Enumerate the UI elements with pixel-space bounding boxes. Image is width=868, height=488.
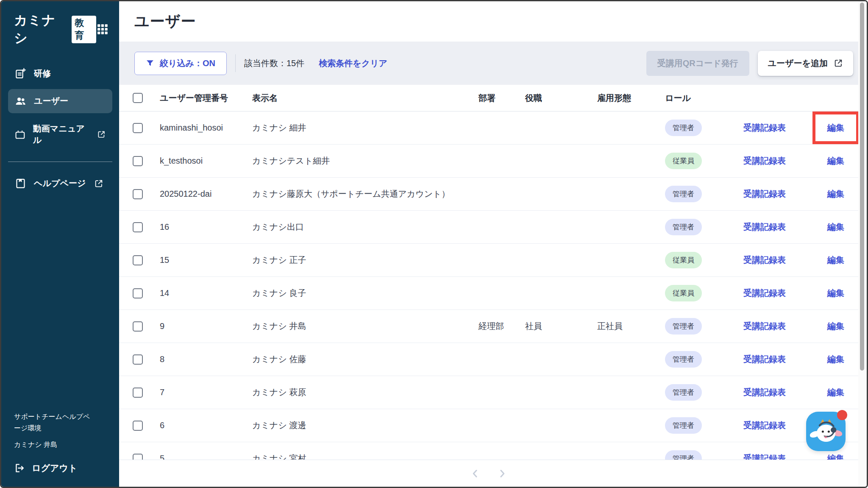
row-display-name: カミナシ 萩原 [252, 387, 479, 398]
row-checkbox[interactable] [133, 222, 143, 232]
table-row: 15カミナシ 正子従業員受講記録表編集 [119, 244, 867, 277]
attendance-record-link[interactable]: 受講記録表 [743, 189, 786, 198]
role-badge: 管理者 [665, 186, 702, 202]
row-user-id: 8 [160, 354, 252, 364]
table-row: 16カミナシ出口管理者受講記録表編集 [119, 211, 867, 244]
row-department: 経理部 [479, 321, 525, 332]
attendance-record-link[interactable]: 受講記録表 [743, 288, 786, 298]
row-checkbox[interactable] [133, 156, 143, 166]
row-checkbox[interactable] [133, 321, 143, 332]
table-header-row: ユーザー管理番号 表示名 部署 役職 雇用形態 ロール [119, 85, 867, 112]
table-row: 7カミナシ 萩原管理者受講記録表編集 [119, 376, 867, 409]
next-page-button[interactable] [496, 467, 509, 480]
row-checkbox[interactable] [133, 189, 143, 199]
row-employment-type: 正社員 [597, 321, 665, 332]
row-checkbox[interactable] [133, 255, 143, 265]
toolbar: 絞り込み：ON 該当件数：15件 検索条件をクリア 受講用QRコード発行 ユーザ… [119, 42, 867, 85]
table-row: 6カミナシ 渡邊管理者受講記録表編集 [119, 409, 867, 442]
edit-link[interactable]: 編集 [827, 221, 844, 233]
column-header-department: 部署 [479, 92, 525, 104]
row-position: 社員 [525, 321, 597, 332]
logout-icon [14, 463, 25, 474]
table-row: 9カミナシ 井島経理部社員正社員管理者受講記録表編集 [119, 310, 867, 343]
apps-grid-icon[interactable] [96, 23, 109, 36]
filter-button-label: 絞り込み：ON [160, 58, 215, 69]
filter-button[interactable]: 絞り込み：ON [134, 52, 227, 75]
brand-logo-text: カミナシ [14, 11, 69, 47]
users-table: ユーザー管理番号 表示名 部署 役職 雇用形態 ロール kaminashi_ho… [119, 85, 867, 487]
row-user-id: 9 [160, 321, 252, 331]
role-badge: 管理者 [665, 120, 702, 136]
pagination-bar [119, 460, 858, 487]
edit-link[interactable]: 編集 [827, 123, 844, 132]
row-checkbox[interactable] [133, 421, 143, 431]
role-badge: 管理者 [665, 351, 702, 368]
chat-widget-button[interactable] [806, 412, 846, 451]
sidebar: カミナシ 教育 研修ユーザー動画マニュアル ヘルプページ サポートチームヘルプペ… [1, 1, 119, 487]
edit-link[interactable]: 編集 [827, 321, 844, 332]
main-content: ユーザー 絞り込み：ON 該当件数：15件 検索条件をクリア 受講用QRコード発… [119, 1, 867, 487]
row-display-name: カミナシテスト細井 [252, 155, 479, 167]
row-user-id: 6 [160, 421, 252, 430]
logout-button[interactable]: ログアウト [14, 462, 106, 474]
page-header: ユーザー [119, 1, 867, 42]
sidebar-nav: 研修ユーザー動画マニュアル [1, 53, 119, 152]
edit-link[interactable]: 編集 [827, 287, 844, 299]
row-checkbox[interactable] [133, 123, 143, 133]
row-display-name: カミナシ 佐藤 [252, 354, 479, 365]
page-title: ユーザー [134, 11, 196, 31]
attendance-record-link[interactable]: 受講記録表 [743, 123, 786, 132]
sidebar-item-training[interactable]: 研修 [8, 61, 112, 86]
column-header-position: 役職 [525, 92, 597, 104]
sidebar-item-help-page[interactable]: ヘルプページ [8, 171, 112, 195]
attendance-record-link[interactable]: 受講記録表 [743, 321, 786, 331]
qr-code-button[interactable]: 受講用QRコード発行 [646, 51, 749, 76]
role-badge: 管理者 [665, 384, 702, 401]
row-checkbox[interactable] [133, 354, 143, 365]
row-checkbox[interactable] [133, 288, 143, 298]
row-user-id: k_testhosoi [160, 156, 252, 166]
current-user-name: カミナシ 井島 [14, 441, 106, 449]
scrollbar-thumb[interactable] [860, 3, 864, 371]
row-user-id: 20250122-dai [160, 189, 252, 199]
edit-link[interactable]: 編集 [827, 155, 844, 167]
attendance-record-link[interactable]: 受講記録表 [743, 388, 786, 397]
table-row: kaminashi_hosoiカミナシ 細井管理者受講記録表編集 [119, 112, 867, 145]
attendance-record-link[interactable]: 受講記録表 [743, 421, 786, 430]
result-count: 該当件数：15件 [244, 58, 304, 69]
row-display-name: カミナシ 細井 [252, 122, 479, 134]
column-header-employment-type: 雇用形態 [597, 92, 665, 104]
logout-label: ログアウト [32, 462, 77, 474]
table-row: k_testhosoiカミナシテスト細井従業員受講記録表編集 [119, 145, 867, 178]
role-badge: 従業員 [665, 153, 702, 169]
sidebar-item-label: ヘルプページ [34, 178, 86, 189]
add-user-button[interactable]: ユーザーを追加 [758, 51, 853, 76]
row-checkbox[interactable] [133, 388, 143, 398]
vertical-scrollbar[interactable] [858, 1, 867, 487]
row-display-name: カミナシ藤原大（サポートチーム共通アカウント） [252, 188, 479, 200]
edit-link[interactable]: 編集 [827, 387, 844, 398]
product-badge: 教育 [72, 16, 96, 43]
video-icon [15, 129, 25, 140]
sidebar-item-label: 動画マニュアル [33, 123, 89, 146]
edit-link[interactable]: 編集 [827, 254, 844, 266]
external-link-icon [834, 59, 843, 68]
attendance-record-link[interactable]: 受講記録表 [743, 354, 786, 364]
attendance-record-link[interactable]: 受講記録表 [743, 222, 786, 231]
sidebar-secondary-nav: ヘルプページ [1, 171, 119, 195]
select-all-checkbox[interactable] [133, 93, 143, 103]
row-user-id: 15 [160, 255, 252, 265]
edit-link[interactable]: 編集 [827, 354, 844, 365]
mascot-icon [810, 415, 842, 448]
attendance-record-link[interactable]: 受講記録表 [743, 255, 786, 265]
sidebar-item-video-manual[interactable]: 動画マニュアル [8, 117, 112, 152]
funnel-icon [146, 59, 154, 67]
prev-page-button[interactable] [469, 467, 481, 480]
sidebar-item-users[interactable]: ユーザー [8, 89, 112, 113]
toolbar-separator [235, 54, 236, 72]
users-icon [15, 95, 26, 107]
clear-search-link[interactable]: 検索条件をクリア [319, 58, 387, 69]
row-display-name: カミナシ 良子 [252, 287, 479, 299]
attendance-record-link[interactable]: 受講記録表 [743, 156, 786, 165]
edit-link[interactable]: 編集 [827, 188, 844, 200]
